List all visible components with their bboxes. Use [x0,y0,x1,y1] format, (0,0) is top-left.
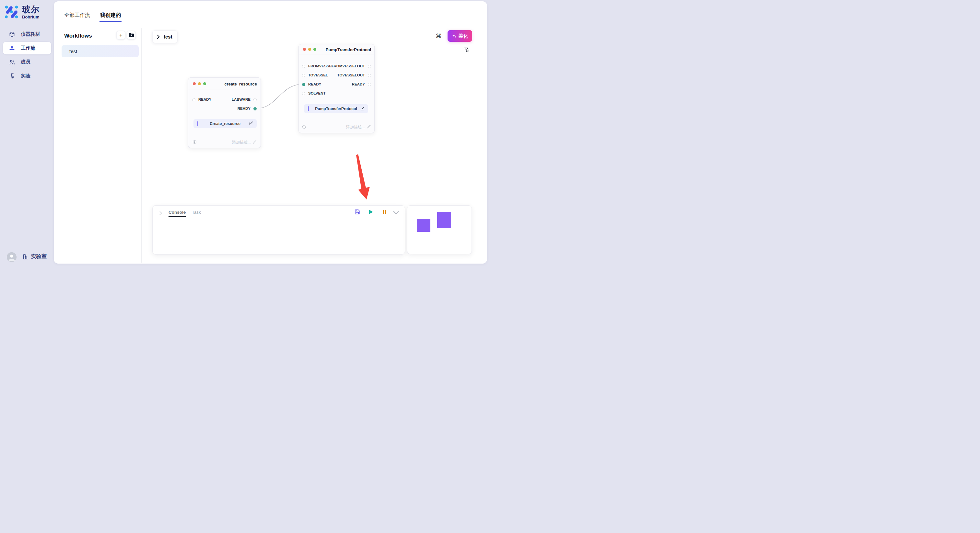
folder-download-icon [129,33,134,38]
minimap-node-block [437,212,451,228]
port-row: READY LABWARE [188,98,261,102]
pencil-icon[interactable] [367,124,371,130]
function-pill[interactable]: Create_resource [194,119,257,128]
pencil-icon[interactable] [253,140,257,145]
output-port-ready[interactable] [368,83,371,86]
description-placeholder[interactable]: 添加描述... [346,124,365,130]
info-icon[interactable] [302,124,306,130]
port-row: TOVESSEL TOVESSELOUT [299,74,374,77]
pause-icon[interactable] [382,209,388,215]
sidebar-item-experiments[interactable]: 实验 [3,70,51,82]
save-icon[interactable] [354,209,361,215]
port-row: READY [188,107,261,110]
port-label: READY [308,82,321,86]
description-placeholder[interactable]: 添加描述... [232,140,251,145]
filter-funnel-icon[interactable] [464,47,469,53]
package-icon [9,31,15,38]
sidebar-item-label: 成员 [21,59,30,65]
workspace-label: 实验室 [31,253,47,260]
add-workflow-button[interactable]: + [116,31,126,40]
sidebar-item-label: 实验 [21,73,30,79]
workflows-panel-title: Workflows [64,33,92,39]
port-label: SOLVENT [308,91,325,95]
pill-accent-bar [308,106,309,111]
node-footer: 添加描述... [299,124,374,129]
function-pill[interactable]: PumpTransferProtocol [304,104,368,113]
workflow-item-name: test [69,49,77,54]
edit-function-icon[interactable] [360,106,365,111]
traffic-dots-icon [303,48,316,51]
tab-task[interactable]: Task [192,210,201,215]
node-create-resource[interactable]: create_resource READY LABWARE READY Crea… [188,78,261,148]
port-label: FROMVESSELOUT [331,64,365,68]
node-pump-transfer-protocol[interactable]: PumpTransferProtocol FROMVESSEL FROMVESS… [299,44,375,133]
port-label: FROMVESSEL [308,64,334,68]
traffic-dots-icon [193,82,206,85]
sidebar: 玻尔 Bohrium 仪器耗材 [0,0,54,266]
node-title: create_resource [224,82,257,86]
tab-all-workflows[interactable]: 全部工作流 [64,12,90,19]
port-label: LABWARE [232,97,250,102]
beautify-label: 美化 [458,33,468,39]
input-port-solvent[interactable] [302,92,305,95]
console-panel: Console Task [152,205,405,254]
workflow-group-icon [9,45,15,51]
function-label: PumpTransferProtocol [304,106,368,111]
input-port-ready[interactable] [192,98,196,102]
chevron-right-icon [157,35,160,39]
input-port-fromvessel[interactable] [302,65,305,68]
tab-created-by-me[interactable]: 我创建的 [100,12,121,19]
workflow-list-item-test[interactable]: test [62,45,139,57]
port-label: READY [237,106,250,110]
command-palette-icon[interactable]: ⌘ [436,32,442,40]
port-label: READY [352,82,365,86]
bohrium-workflow-app: 玻尔 Bohrium 仪器耗材 [0,0,490,266]
port-label: TOVESSELOUT [337,73,365,77]
sidebar-item-label: 仪器耗材 [21,31,40,37]
breadcrumb-label: test [164,34,172,40]
port-row: READY READY [299,83,374,86]
node-footer: 添加描述... [188,139,261,144]
output-port-labware[interactable] [253,98,257,102]
sidebar-menu: 仪器耗材 工作流 [0,27,54,84]
port-row: FROMVESSEL FROMVESSELOUT [299,65,374,68]
brand-text: 玻尔 Bohrium [22,5,40,19]
node-header: create_resource [188,78,261,89]
sidebar-item-members[interactable]: 成员 [3,56,51,68]
input-port-ready[interactable] [302,83,305,86]
brand-name-zh: 玻尔 [22,5,40,14]
output-port-ready[interactable] [253,107,257,110]
beautify-button[interactable]: 美化 [447,30,472,42]
pill-accent-bar [197,121,198,126]
run-icon[interactable] [368,209,374,215]
panel-divider [141,28,142,263]
port-row: SOLVENT [299,92,374,95]
expand-chevron-icon[interactable] [159,211,162,216]
port-label: READY [198,97,211,102]
sparkles-icon [452,34,457,38]
port-label: TOVESSEL [308,73,328,77]
bohrium-logo-icon [5,5,19,19]
tab-console[interactable]: Console [169,210,186,215]
input-port-tovessel[interactable] [302,74,305,77]
output-port-fromvesselout[interactable] [368,65,371,68]
info-icon[interactable] [192,140,197,145]
canvas-breadcrumb[interactable]: test [152,30,178,43]
experiment-icon [9,73,15,79]
import-workflow-button[interactable] [127,31,136,40]
members-icon [9,59,15,65]
brand-name-en: Bohrium [22,14,40,19]
user-avatar[interactable] [7,252,16,262]
collapse-icon[interactable] [393,210,399,217]
sidebar-item-workflows[interactable]: 工作流 [3,42,51,54]
workspace-selector[interactable]: 实验室 [22,253,47,260]
function-label: Create_resource [194,121,257,126]
sidebar-item-instruments[interactable]: 仪器耗材 [3,28,51,40]
brand-logo[interactable]: 玻尔 Bohrium [5,5,40,19]
minimap[interactable] [407,205,472,254]
edit-function-icon[interactable] [249,121,253,125]
sidebar-footer: 实验室 [0,252,54,263]
header-tabs: 全部工作流 我创建的 [59,10,126,22]
plus-icon: + [119,32,123,38]
output-port-tovesselout[interactable] [368,74,371,77]
